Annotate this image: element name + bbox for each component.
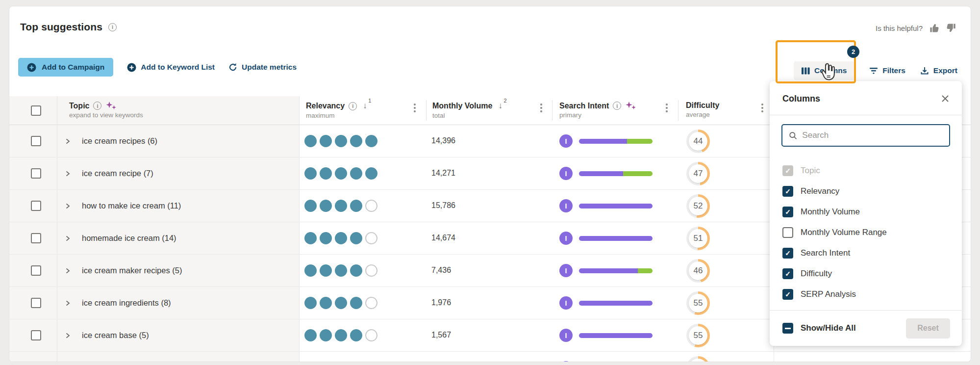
thumbs-up-icon[interactable]	[930, 23, 939, 33]
column-toggle-item[interactable]: ✓ Topic	[782, 160, 950, 181]
row-checkbox[interactable]	[31, 201, 41, 211]
columns-button[interactable]: Columns	[794, 61, 854, 80]
search-intent-badge: I	[559, 134, 573, 148]
filters-button[interactable]: Filters	[869, 66, 905, 75]
row-checkbox[interactable]	[31, 233, 41, 243]
row-checkbox[interactable]	[31, 168, 41, 179]
refresh-icon	[228, 63, 237, 72]
bulk-actions: Add to Campaign Add to Keyword List Upda…	[18, 58, 297, 77]
expand-chevron-icon[interactable]	[64, 267, 71, 275]
topic-link[interactable]: ice cream ingredients (8)	[82, 298, 171, 308]
checkbox[interactable]: ✓	[782, 268, 793, 279]
topic-link[interactable]: ice cream recipe (7)	[82, 169, 153, 178]
difficulty-value: 46	[686, 259, 710, 283]
checkbox[interactable]: ✓	[782, 289, 793, 300]
topic-link[interactable]: ice cream recipes (6)	[82, 136, 157, 146]
expand-chevron-icon[interactable]	[64, 170, 71, 178]
column-toggle-item[interactable]: Monthly Volume Range	[782, 222, 950, 243]
add-to-campaign-button[interactable]: Add to Campaign	[18, 58, 113, 77]
search-intent-badge: I	[559, 296, 573, 310]
sort-arrow-icon[interactable]: 2	[498, 101, 503, 111]
topic-link[interactable]: ice cream base (5)	[82, 331, 149, 340]
table-row: I	[9, 352, 971, 362]
info-icon[interactable]	[93, 102, 101, 110]
columns-search-box	[781, 124, 950, 147]
helpful-prompt: Is this helpful?	[876, 24, 923, 32]
expand-chevron-icon[interactable]	[64, 299, 71, 307]
add-to-keyword-list-button[interactable]: Add to Keyword List	[127, 63, 215, 72]
select-all-checkbox[interactable]	[31, 105, 41, 116]
page-title: Top suggestions	[20, 21, 102, 33]
checkbox[interactable]: ✓	[782, 186, 793, 197]
expand-chevron-icon[interactable]	[64, 235, 71, 242]
search-intent-bar	[579, 204, 653, 209]
expand-chevron-icon[interactable]	[64, 332, 71, 339]
difficulty-value: 55	[686, 324, 710, 347]
column-toggle-item[interactable]: ✓ Search Intent	[782, 243, 950, 263]
export-button[interactable]: Export	[920, 66, 957, 75]
column-toggle-item[interactable]: ✓ Relevancy	[782, 181, 950, 202]
difficulty-value: 47	[686, 162, 710, 185]
row-checkbox[interactable]	[31, 265, 41, 276]
sort-arrow-icon[interactable]: 1	[363, 101, 367, 111]
relevancy-dots	[304, 264, 377, 277]
relevancy-dots	[304, 200, 377, 212]
feedback-area: Is this helpful?	[876, 23, 956, 33]
thumbs-down-icon[interactable]	[946, 23, 956, 33]
relevancy-column-menu-icon[interactable]	[414, 107, 416, 109]
search-intent-bar	[579, 333, 653, 338]
column-toggle-item[interactable]: ✓ Monthly Volume	[782, 202, 950, 222]
search-intent-column-menu-icon[interactable]	[666, 107, 668, 109]
filter-icon	[869, 67, 878, 75]
difficulty-column-menu-icon[interactable]	[761, 107, 763, 109]
columns-checkbox-list: ✓ Topic ✓ Relevancy ✓ Monthly Volume Mon…	[782, 160, 950, 305]
difficulty-gauge: 46	[686, 259, 710, 283]
plus-circle-icon	[127, 63, 136, 72]
update-metrics-button[interactable]: Update metrics	[228, 63, 297, 72]
checkbox[interactable]: ✓	[782, 165, 793, 176]
columns-search-input[interactable]	[802, 130, 943, 140]
expand-chevron-icon[interactable]	[64, 202, 71, 210]
monthly-volume-column-menu-icon[interactable]	[540, 107, 542, 109]
export-label: Export	[933, 66, 957, 75]
close-icon[interactable]	[940, 94, 950, 104]
topic-column-header[interactable]: Topic expand to view keywords	[69, 101, 143, 119]
checkbox[interactable]: ✓	[782, 207, 793, 217]
search-intent-badge: I	[559, 361, 573, 362]
info-icon[interactable]	[349, 102, 357, 110]
checkbox[interactable]: ✓	[782, 248, 793, 259]
columns-panel-title: Columns	[782, 94, 820, 104]
expand-chevron-icon[interactable]	[64, 137, 71, 145]
topic-link[interactable]: how to make ice cream (11)	[82, 201, 181, 210]
columns-button-label: Columns	[814, 66, 847, 75]
informational-intent-segment	[579, 333, 653, 338]
row-checkbox[interactable]	[31, 298, 41, 308]
reset-button[interactable]: Reset	[906, 318, 950, 339]
row-checkbox[interactable]	[31, 330, 41, 340]
informational-intent-segment	[579, 268, 638, 273]
topic-link[interactable]: ice cream maker recipes (5)	[82, 266, 182, 275]
difficulty-column-header[interactable]: Difficulty average	[686, 101, 719, 118]
topic-link[interactable]: homemade ice cream (14)	[82, 234, 176, 243]
row-checkbox[interactable]	[31, 136, 41, 146]
commercial-intent-segment	[627, 139, 653, 144]
monthly-volume-column-header[interactable]: Monthly Volume 2 total	[432, 101, 503, 119]
search-intent-bar	[579, 236, 653, 241]
relevancy-column-header[interactable]: Relevancy 1 maximum	[306, 101, 367, 119]
info-icon[interactable]	[613, 102, 621, 110]
info-icon[interactable]	[108, 23, 117, 31]
difficulty-gauge: 47	[686, 162, 710, 185]
relevancy-dots	[304, 167, 377, 180]
search-intent-column-header[interactable]: Search Intent primary	[559, 101, 637, 119]
column-toggle-item[interactable]: ✓ Difficulty	[782, 263, 950, 284]
search-intent-bar	[579, 301, 653, 306]
checkbox[interactable]	[782, 227, 793, 238]
difficulty-gauge: 44	[686, 130, 710, 153]
filters-label: Filters	[882, 66, 905, 75]
title-row: Top suggestions	[20, 21, 117, 33]
search-intent-bar	[579, 171, 653, 176]
search-intent-badge: I	[559, 167, 573, 180]
show-hide-all-checkbox[interactable]	[782, 323, 793, 334]
relevancy-dots	[304, 297, 377, 309]
column-toggle-item[interactable]: ✓ SERP Analysis	[782, 284, 950, 305]
